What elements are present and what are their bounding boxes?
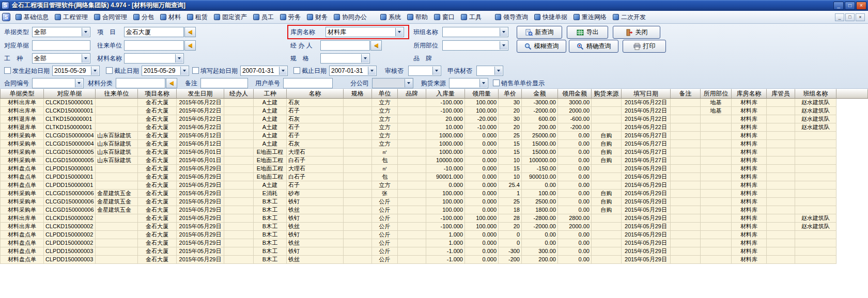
category-picker-button[interactable] — [166, 78, 177, 88]
menu-item[interactable]: 基础信息 — [12, 11, 52, 23]
table-row[interactable]: 材料采购单CLCGD150000005山东百脉建筑金石大厦2015年05月01日… — [0, 148, 836, 156]
table-row[interactable]: 材料盘点单CLPDD150000001金石大厦2015年05月29日E地面工程白… — [0, 173, 836, 181]
fill-start-date-checkbox[interactable] — [192, 67, 199, 74]
column-header-use_qty[interactable]: 领用量 — [465, 89, 499, 99]
occur-end-date-select[interactable]: 2015-05-29 — [142, 66, 189, 76]
menu-item[interactable]: 重连网络 — [570, 11, 610, 23]
menu-item[interactable]: 系统 — [377, 11, 404, 23]
menu-item[interactable]: 租赁 — [184, 11, 211, 23]
menu-item[interactable]: 分包 — [130, 11, 157, 23]
fill-end-date-checkbox[interactable] — [293, 67, 300, 74]
material-name-select[interactable] — [124, 53, 184, 64]
work-type-select[interactable]: 全部 — [32, 53, 90, 64]
column-header-fill_date[interactable]: 填写日期 — [622, 89, 671, 99]
menu-item[interactable]: 窗口 — [431, 11, 458, 23]
window-maximize-button[interactable]: □ — [845, 2, 855, 10]
menu-item[interactable]: 合同管理 — [91, 11, 130, 23]
column-header-keeper[interactable]: 库管员 — [767, 89, 795, 99]
table-row[interactable]: 材料采购单CLCGD150000004山东百脉建筑金石大厦2015年05月12日… — [0, 132, 836, 140]
table-row[interactable]: 材料出库单CLCKD150000002金石大厦2015年05月29日B木工铁钉公… — [0, 214, 836, 223]
bill-type-select[interactable]: 全部 — [32, 27, 90, 37]
column-header-type[interactable]: 单据类型 — [0, 89, 44, 99]
column-header-price[interactable]: 单价 — [499, 89, 522, 99]
chevron-down-icon[interactable] — [500, 41, 507, 50]
table-row[interactable]: 材料盘点单CLPDD150000003金石大厦2015年05月29日B木工铁钉公… — [0, 247, 836, 256]
menu-item[interactable]: 劳务 — [277, 11, 304, 23]
table-row[interactable]: 材料采购单CLCGD150000004山东百脉建筑金石大厦2015年05月12日… — [0, 140, 836, 148]
ref-bill-input[interactable] — [32, 40, 90, 51]
menu-item[interactable]: 固定资产 — [211, 11, 250, 23]
column-header-spec[interactable]: 规格 — [344, 89, 372, 99]
column-header-unit[interactable]: 单位 — [372, 89, 398, 99]
export-button[interactable]: 导出 — [567, 26, 608, 39]
chevron-down-icon[interactable] — [82, 28, 89, 36]
chevron-down-icon[interactable] — [180, 67, 188, 75]
chevron-down-icon[interactable] — [82, 54, 89, 62]
window-minimize-button[interactable]: _ — [833, 2, 844, 10]
table-row[interactable]: 材料采购单CLCGD150000006金星建筑五金金石大厦2015年05月29日… — [0, 198, 836, 206]
column-header-agent[interactable]: 经办人 — [224, 89, 254, 99]
material-category-input[interactable] — [116, 78, 165, 88]
contract-no-select[interactable] — [32, 78, 84, 88]
menu-item[interactable]: 领导查询 — [492, 11, 531, 23]
warehouse-select[interactable]: 材料库 — [326, 27, 404, 37]
chevron-down-icon[interactable] — [361, 54, 369, 62]
column-header-use_amount[interactable]: 领用金额 — [558, 89, 592, 99]
chevron-down-icon[interactable] — [175, 54, 183, 62]
chevron-down-icon[interactable] — [91, 67, 99, 75]
audit-select[interactable] — [408, 66, 441, 76]
column-header-note[interactable]: 备注 — [671, 89, 701, 99]
branch-select[interactable] — [372, 78, 413, 88]
mdi-minimize-button[interactable]: _ — [835, 13, 844, 21]
mdi-close-button[interactable]: × — [856, 13, 865, 21]
table-row[interactable]: 材料采购单CLCGD150000005山东百脉建筑金石大厦2015年05月01日… — [0, 156, 836, 165]
table-row[interactable]: 材料退库单CLTKD150000001金石大厦2015年05月22日A土建石子立… — [0, 123, 836, 132]
chevron-down-icon[interactable] — [279, 67, 287, 75]
menu-item[interactable]: 快捷单据 — [531, 11, 570, 23]
menu-item[interactable]: 工具 — [458, 11, 485, 23]
column-header-name[interactable]: 名称 — [287, 89, 344, 99]
table-row[interactable]: 材料盘点单CLPDD150000002金石大厦2015年05月29日B木工铁钉公… — [0, 231, 836, 239]
menu-item[interactable]: 员工 — [250, 11, 277, 23]
chevron-down-icon[interactable] — [75, 79, 83, 87]
chevron-down-icon[interactable] — [405, 79, 412, 87]
agent-input[interactable] — [320, 40, 370, 51]
fill-end-date-select[interactable]: 2007-01-31 — [329, 66, 377, 76]
purchase-source-select[interactable] — [449, 78, 488, 88]
chevron-down-icon[interactable] — [368, 67, 376, 75]
table-row[interactable]: 材料出库单CLCKD150000002金石大厦2015年05月29日B木工铁丝公… — [0, 223, 836, 231]
column-header-warehouse[interactable]: 库房名称 — [732, 89, 767, 99]
used-part-select[interactable] — [442, 40, 508, 51]
table-row[interactable]: 材料盘点单CLPDD150000001金石大厦2015年05月29日E地面工程大… — [0, 165, 836, 173]
vendor-input[interactable] — [124, 40, 184, 51]
column-header-vendor[interactable]: 往来单位 — [96, 89, 138, 99]
sale-unit-price-checkbox[interactable] — [493, 80, 500, 86]
occur-start-date-select[interactable]: 2015-05-29 — [52, 66, 100, 76]
chevron-down-icon[interactable] — [395, 28, 403, 36]
spec-select[interactable] — [320, 53, 370, 64]
column-header-work_type[interactable]: 工种 — [254, 89, 287, 99]
column-header-part[interactable]: 所用部位 — [701, 89, 732, 99]
mdi-restore-button[interactable]: □ — [845, 13, 855, 21]
vendor-picker-button[interactable] — [184, 40, 196, 51]
fill-start-date-select[interactable]: 2007-01-31 — [240, 66, 288, 76]
fuzzy-query-button[interactable]: 模糊查询 — [517, 40, 566, 53]
occur-start-date-checkbox[interactable] — [4, 67, 11, 74]
menu-item[interactable]: 材料 — [157, 11, 184, 23]
chevron-down-icon[interactable] — [500, 28, 507, 36]
menu-item[interactable]: 财务 — [304, 11, 331, 23]
window-close-button[interactable]: × — [856, 2, 866, 10]
column-header-doc_no[interactable]: 对应单据 — [44, 89, 96, 99]
table-row[interactable]: 材料盘点单CLPDD150000003金石大厦2015年05月29日B木工铁丝公… — [0, 256, 836, 264]
note-input[interactable] — [200, 78, 248, 88]
table-row[interactable]: 材料采购单CLCGD150000006金星建筑五金金石大厦2015年05月29日… — [0, 190, 836, 198]
column-header-amount[interactable]: 金额 — [522, 89, 558, 99]
chevron-down-icon[interactable] — [432, 67, 440, 75]
column-header-project[interactable]: 项目名称 — [138, 89, 177, 99]
owner-supply-select[interactable] — [476, 66, 503, 76]
exact-query-button[interactable]: 精确查询 — [569, 40, 618, 53]
table-row[interactable]: 材料出库单CLCKD150000001金石大厦2015年05月22日A土建石灰立… — [0, 99, 836, 107]
chevron-down-icon[interactable] — [494, 67, 502, 75]
team-select[interactable] — [442, 27, 508, 37]
menu-item[interactable]: 协同办公 — [331, 11, 370, 23]
